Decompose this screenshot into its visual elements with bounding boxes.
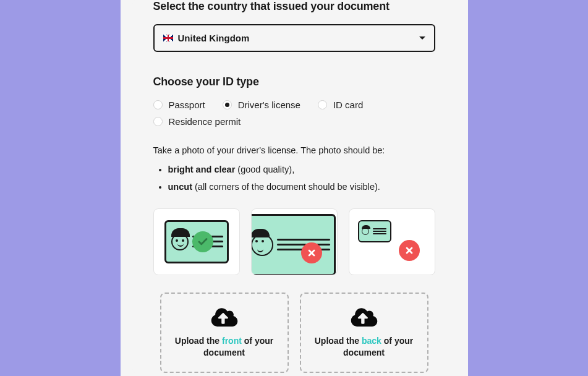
upload-back[interactable]: Upload the back of your document: [300, 293, 428, 373]
id-card-illustration: [251, 214, 336, 275]
text-lines-icon: [373, 227, 386, 236]
photo-examples: [153, 208, 435, 275]
example-good: [153, 208, 240, 275]
example-too-small: [349, 208, 435, 275]
photo-requirements-list: bright and clear (good quality), uncut (…: [168, 161, 435, 195]
radio-icon: [223, 100, 232, 109]
verification-panel: Select the country that issued your docu…: [121, 0, 468, 376]
radio-residence-permit[interactable]: Residence permit: [153, 116, 435, 127]
radio-label: Driver's license: [238, 100, 300, 110]
radio-drivers-license[interactable]: Driver's license: [223, 100, 300, 110]
cross-icon: [301, 242, 322, 263]
cloud-upload-icon: [211, 307, 238, 328]
upload-row: Upload the front of your document Upload…: [153, 293, 435, 373]
idtype-heading: Choose your ID type: [153, 75, 435, 88]
cross-icon: [399, 240, 420, 261]
cloud-upload-icon: [351, 307, 378, 328]
radio-passport[interactable]: Passport: [153, 100, 205, 110]
idtype-radio-group: Passport Driver's license ID card Reside…: [153, 100, 435, 127]
country-selected-label: United Kingdom: [178, 33, 250, 43]
radio-icon: [153, 117, 163, 126]
radio-label: ID card: [333, 100, 363, 110]
upload-back-label: Upload the back of your document: [310, 335, 419, 359]
example-cropped: [251, 208, 338, 275]
requirement-strong: uncut: [168, 182, 192, 192]
country-select[interactable]: United Kingdom: [153, 24, 435, 52]
check-icon: [192, 231, 213, 252]
requirement-item: uncut (all corners of the document shoul…: [168, 179, 435, 195]
chevron-down-icon: [419, 36, 425, 40]
radio-id-card[interactable]: ID card: [318, 100, 363, 110]
requirement-rest: (good quality),: [235, 164, 294, 174]
face-icon: [251, 234, 273, 256]
requirement-item: bright and clear (good quality),: [168, 161, 435, 177]
upload-front-label: Upload the front of your document: [170, 335, 279, 359]
upload-front[interactable]: Upload the front of your document: [160, 293, 289, 373]
photo-instruction: Take a photo of your driver's license. T…: [153, 144, 435, 158]
requirement-rest: (all corners of the document should be v…: [192, 182, 380, 192]
face-icon: [171, 233, 189, 250]
radio-icon: [318, 100, 327, 109]
requirement-strong: bright and clear: [168, 164, 236, 174]
country-heading: Select the country that issued your docu…: [153, 0, 435, 13]
uk-flag-icon: [163, 35, 173, 41]
id-card-illustration: [358, 220, 391, 242]
radio-label: Residence permit: [169, 116, 241, 127]
radio-label: Passport: [169, 100, 205, 110]
verification-card: Select the country that issued your docu…: [132, 0, 456, 373]
face-icon: [362, 228, 369, 235]
radio-icon: [153, 100, 163, 109]
